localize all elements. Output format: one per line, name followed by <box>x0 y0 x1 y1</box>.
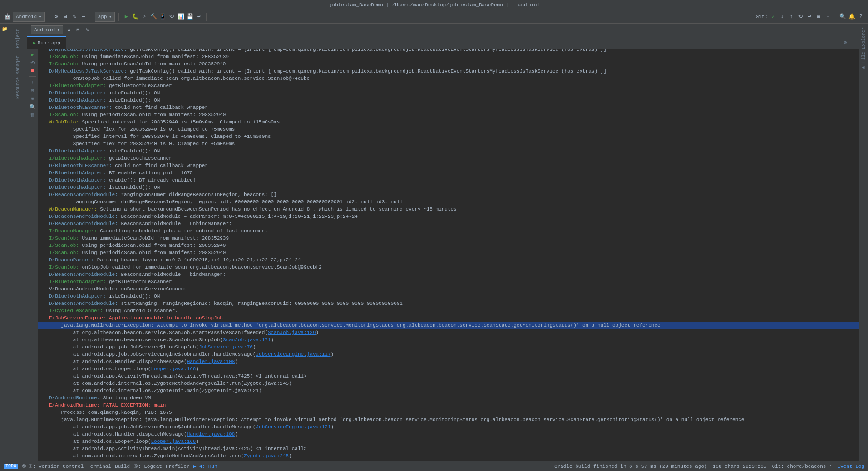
log-content[interactable]: I/ReactNativeJS: 'time': 2019/05/30 16:1… <box>38 49 859 461</box>
activity-project-icon[interactable]: 📁 <box>1 25 8 33</box>
log-line-text: I/BluetoothAdapter: getBluetoothLeScanne… <box>49 83 857 89</box>
git-push-icon[interactable]: ↑ <box>788 13 795 20</box>
title-text: jobtestam_BaseDemo [ /Users/mac/Desktop/… <box>329 2 539 8</box>
android-settings-icon[interactable]: ⚙ <box>66 27 72 33</box>
git-update-icon[interactable]: ↓ <box>779 13 786 20</box>
log-line: E/AndroidRuntime: FATAL EXCEPTION: main <box>38 402 859 409</box>
app-dropdown[interactable]: app ▾ <box>95 12 115 22</box>
log-line: D/BluetoothLEScanner: could not find cal… <box>38 162 859 170</box>
log-line-text: D/BluetoothAdapter: BT enable calling pi… <box>49 170 857 177</box>
android-filter-icon[interactable]: ⊟ <box>75 27 81 33</box>
git-check-icon[interactable]: ✓ <box>769 13 777 20</box>
log-line: D/AndroidRuntime: Shutting down VM <box>38 395 859 402</box>
play-icon[interactable]: ▶ <box>123 13 130 20</box>
log-line: D/BluetoothAdapter: isLeEnabled(): ON <box>38 148 859 155</box>
log-line-text: I/ScanJob: Using immediateScanJobId from… <box>49 235 857 242</box>
log-line-text: D/BluetoothAdapter: isLeEnabled(): ON <box>49 293 857 300</box>
notifications-icon[interactable]: 🔔 <box>848 13 855 20</box>
todo-badge[interactable]: TODO <box>4 464 18 469</box>
sidebar-item-resource[interactable]: Resource Manager <box>14 52 22 103</box>
run-label-status: ▶ 4: Run <box>193 463 217 469</box>
sidebar-item-file-explorer[interactable]: ▶ File Explorer <box>859 24 868 74</box>
log-line-text: at android.app.ActivityThread.main(Activ… <box>49 373 857 380</box>
profiler-label: Profiler <box>166 464 190 469</box>
git-diff-icon[interactable]: ⊞ <box>815 13 822 20</box>
panel-separator <box>29 76 36 77</box>
run-tab-label: Run: <box>38 40 49 46</box>
log-line: rangingConsumer didRangeBeaconsInRegion,… <box>38 199 859 206</box>
line-info: 168 chars 2223:205 <box>713 464 767 469</box>
reload-icon[interactable]: ⟲ <box>168 13 175 20</box>
config-icon[interactable]: ✎ <box>71 13 78 20</box>
android-dropdown[interactable]: Android ▾ <box>13 12 45 22</box>
device-icon[interactable]: 📱 <box>159 13 166 20</box>
log-line-text: onStopJob called for immediate scan org.… <box>49 75 857 82</box>
stats-icon[interactable]: 📊 <box>177 13 184 20</box>
log-line: at org.altbeacon.beacon.service.ScanJob.… <box>38 329 859 337</box>
panel-rerun-icon[interactable]: ⟲ <box>29 59 36 66</box>
log-line-text: I/ScanJob: Using immediateScanJobId from… <box>49 54 857 60</box>
panel-left-icons: ▶ ⟲ ■ ↓ ⊟ ⊞ 🔍 🗑 <box>27 49 38 461</box>
logcat-label: ⑥: Logcat <box>133 463 162 469</box>
run-coverage-icon[interactable]: ⚡ <box>141 13 148 20</box>
log-line: at android.os.Looper.loop(Looper.java:16… <box>38 438 859 446</box>
log-line: E/JobServiceEngine: Application unable t… <box>38 315 859 322</box>
git-history-icon[interactable]: ⟲ <box>797 13 804 20</box>
save-all-icon[interactable]: 💾 <box>186 13 193 20</box>
left-panel-top: Project Resource Manager <box>9 24 27 461</box>
version-control-tab[interactable]: ⑨ ⑨: Version Control <box>22 463 84 469</box>
event-log-link[interactable]: Event Log <box>838 464 864 469</box>
git-section: Git: ✓ ↓ ↑ ⟲ ↩ ⊞ ⑂ <box>756 13 831 20</box>
log-line: I/ScanJob: Using periodicScanJobId from … <box>38 242 859 250</box>
log-line: D/BeaconsAndroidModule: rangingConsumer … <box>38 191 859 199</box>
log-line: Process: com.qimeng.kaoqin, PID: 1675 <box>38 409 859 417</box>
panel-trash-icon[interactable]: 🗑 <box>29 111 36 118</box>
undo-icon[interactable]: ↩ <box>195 13 202 20</box>
log-line-text: at android.app.ActivityThread.main(Activ… <box>49 446 857 452</box>
sidebar-item-project[interactable]: Project <box>14 25 22 52</box>
android-config-icon[interactable]: ✎ <box>84 27 90 33</box>
android-device-dropdown[interactable]: Android ▾ <box>31 25 63 34</box>
sync-icon[interactable]: ⊞ <box>62 13 69 20</box>
log-line-text: I/BeaconManager: Cancelling scheduled jo… <box>49 228 857 235</box>
log-line-text: E/AndroidRuntime: FATAL EXCEPTION: main <box>49 402 857 409</box>
log-line: I/ScanJob: Using periodicScanJobId from … <box>38 250 859 257</box>
logcat-tab[interactable]: ⑥: Logcat <box>133 463 162 469</box>
panel-play-icon[interactable]: ▶ <box>29 51 36 58</box>
build-tab[interactable]: Build <box>115 464 130 469</box>
tab-settings-btn[interactable]: ⚙ <box>842 39 849 46</box>
profiler-tab[interactable]: Profiler <box>166 464 190 469</box>
panel-scroll-end-icon[interactable]: ↓ <box>29 78 36 86</box>
build-label: Build <box>115 464 130 469</box>
terminal-tab[interactable]: Terminal <box>87 464 111 469</box>
help-icon[interactable]: ? <box>857 13 864 20</box>
log-line: I/BluetoothAdapter: getBluetoothLeScanne… <box>38 279 859 286</box>
chevron-down-icon-android: ▾ <box>57 27 60 33</box>
panel-stop-icon[interactable]: ■ <box>29 67 36 74</box>
tab-minimize-btn[interactable]: — <box>850 39 857 46</box>
git-merge-icon[interactable]: ⑂ <box>824 13 831 20</box>
log-line: Specified flex for 208352940 is 0. Clamp… <box>38 141 859 148</box>
android-icon[interactable]: 🤖 <box>4 13 11 20</box>
android-close-icon[interactable]: — <box>93 27 99 33</box>
activity-bar: 📁 <box>0 24 9 461</box>
log-line-text: I/ScanJob: onStopJob called for immediat… <box>49 264 857 271</box>
settings-icon[interactable]: ⚙ <box>53 13 60 20</box>
log-line-text: at org.altbeacon.beacon.service.ScanJob.… <box>49 329 857 336</box>
log-line-text: D/BeaconsAndroidModule: BeaconsAndroidMo… <box>49 271 857 278</box>
ide-layout: 📁 Project Resource Manager Android ▾ ⚙ ⊟… <box>0 24 868 461</box>
log-line-text: D/BluetoothAdapter: isLeEnabled(): ON <box>49 184 857 191</box>
panel-settings2-icon[interactable]: ⊞ <box>29 95 36 102</box>
run-tab-app[interactable]: ▶ Run: app <box>27 36 66 49</box>
build-icon[interactable]: 🔨 <box>150 13 157 20</box>
android-device-toolbar: Android ▾ ⚙ ⊟ ✎ — <box>27 24 859 36</box>
debug-icon[interactable]: 🐛 <box>132 13 139 20</box>
search-everywhere-icon[interactable]: 🔍 <box>839 13 846 20</box>
git-revert-icon[interactable]: ↩ <box>806 13 813 20</box>
log-line: D/BluetoothLEScanner: could not find cal… <box>38 104 859 112</box>
panel-filter-icon[interactable]: 🔍 <box>29 103 36 110</box>
panel-fold-icon[interactable]: ⊟ <box>29 87 36 94</box>
minus-icon[interactable]: — <box>80 13 87 20</box>
run-tab-status[interactable]: ▶ 4: Run <box>193 463 217 469</box>
run-tab-actions: ⚙ — <box>842 39 859 46</box>
